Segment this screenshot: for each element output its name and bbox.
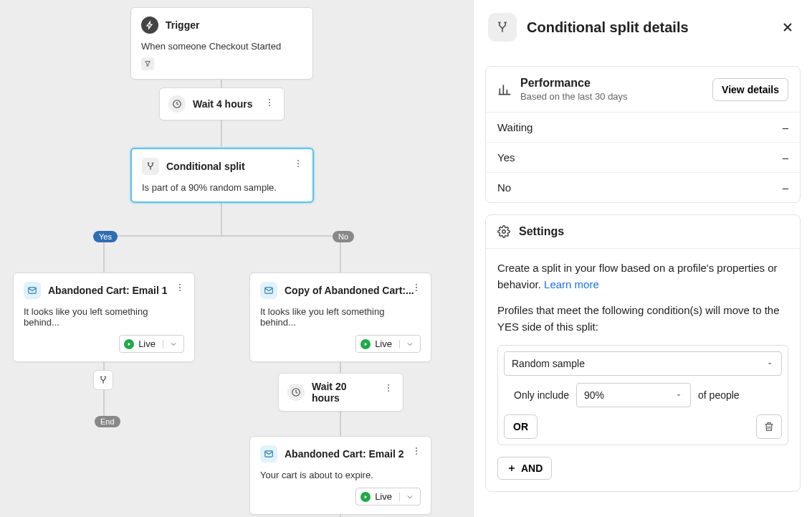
node-menu-button[interactable] [381, 381, 396, 395]
node-menu-button[interactable] [291, 156, 305, 171]
add-and-button[interactable]: AND [497, 457, 552, 480]
chevron-down-icon [399, 340, 414, 348]
node-menu-button[interactable] [173, 280, 187, 295]
status-label: Live [375, 491, 392, 502]
delete-condition-button[interactable] [756, 414, 782, 439]
email-desc: Your cart is about to expire. [260, 470, 421, 480]
node-menu-button[interactable] [409, 444, 424, 458]
clock-icon [287, 384, 305, 401]
stat-row-waiting: Waiting – [486, 113, 800, 142]
split-node-mini[interactable] [93, 370, 113, 390]
of-people-label: of people [698, 389, 740, 401]
branch-yes-badge: Yes [93, 231, 118, 242]
split-icon [488, 13, 517, 42]
and-label: AND [521, 463, 543, 474]
settings-blurb-2: Profiles that meet the following conditi… [497, 303, 788, 335]
email-desc: It looks like you left something behind.… [260, 306, 421, 328]
settings-title: Settings [519, 225, 564, 238]
status-select[interactable]: Live [119, 335, 184, 353]
svg-point-16 [388, 384, 389, 386]
conditional-split-node[interactable]: Conditional split Is part of a 90% rando… [130, 148, 314, 203]
stat-value: – [783, 181, 788, 194]
trash-icon [763, 421, 775, 432]
email-desc: It looks like you left something behind.… [24, 306, 184, 328]
node-menu-button[interactable] [409, 280, 424, 295]
split-title: Conditional split [166, 161, 245, 172]
svg-point-12 [416, 284, 417, 285]
wait-label: Wait 4 hours [193, 98, 253, 110]
stat-label: No [497, 181, 511, 194]
email-title: Abandoned Cart: Email 2 [285, 448, 403, 460]
split-desc: Is part of a 90% random sample. [142, 182, 302, 193]
svg-point-9 [179, 287, 181, 288]
svg-point-4 [297, 160, 299, 161]
svg-point-17 [388, 387, 389, 389]
view-details-button[interactable]: View details [712, 78, 788, 101]
percent-value: 90% [584, 389, 604, 401]
play-icon [124, 339, 134, 349]
condition-type-select[interactable]: Random sample [504, 351, 782, 376]
svg-point-3 [269, 105, 270, 106]
condition-box: Random sample Only include 90% [497, 345, 788, 445]
performance-panel: Performance Based on the last 30 days Vi… [485, 66, 801, 203]
svg-point-18 [388, 390, 389, 392]
wait-node-1[interactable]: Wait 4 hours [159, 87, 285, 120]
email-node-2[interactable]: Abandoned Cart: Email 2 Your cart is abo… [249, 436, 431, 515]
flow-canvas[interactable]: Yes No End Trigger When someone Checkout… [0, 0, 473, 517]
svg-point-8 [179, 284, 181, 285]
svg-point-10 [179, 290, 181, 291]
connector [103, 235, 340, 237]
trigger-desc: When someone Checkout Started [141, 41, 302, 52]
status-label: Live [375, 338, 392, 349]
svg-point-5 [297, 163, 299, 164]
status-select[interactable]: Live [355, 335, 421, 353]
stat-row-yes: Yes – [486, 142, 800, 172]
split-icon [142, 158, 159, 175]
stat-value: – [783, 121, 788, 133]
svg-point-2 [269, 102, 270, 103]
svg-point-20 [416, 447, 417, 449]
email-title: Abandoned Cart: Email 1 [48, 285, 167, 296]
settings-text: Create a split in your flow based on a p… [497, 262, 778, 290]
settings-panel: Settings Create a split in your flow bas… [485, 214, 801, 492]
bar-chart-icon [497, 82, 512, 97]
stat-label: Yes [497, 151, 515, 163]
stat-value: – [783, 151, 788, 163]
email-node-no[interactable]: Copy of Abandoned Cart:... It looks like… [249, 272, 431, 362]
percent-select[interactable]: 90% [576, 383, 691, 407]
svg-point-22 [416, 453, 417, 455]
close-button[interactable] [778, 17, 798, 37]
panel-title: Conditional split details [527, 19, 768, 36]
details-panel: Conditional split details Performance Ba… [473, 0, 812, 517]
only-include-label: Only include [514, 389, 569, 401]
chevron-down-icon [163, 340, 178, 348]
email-title: Copy of Abandoned Cart:... [285, 285, 414, 296]
email-node-yes[interactable]: Abandoned Cart: Email 1 It looks like yo… [13, 272, 195, 362]
chevron-down-icon [674, 391, 683, 399]
stat-row-no: No – [486, 172, 800, 202]
learn-more-link[interactable]: Learn more [544, 278, 599, 290]
settings-blurb-1: Create a split in your flow based on a p… [497, 260, 788, 293]
connector [221, 201, 222, 235]
svg-point-21 [416, 450, 417, 452]
performance-subtitle: Based on the last 30 days [520, 91, 704, 102]
stat-label: Waiting [497, 121, 532, 133]
node-menu-button[interactable] [262, 95, 277, 110]
svg-point-14 [416, 290, 417, 291]
play-icon [360, 339, 371, 349]
trigger-title: Trigger [166, 19, 199, 31]
play-icon [360, 492, 371, 502]
or-button[interactable]: OR [504, 414, 538, 439]
trigger-node[interactable]: Trigger When someone Checkout Started [130, 7, 313, 80]
wait-node-2[interactable]: Wait 20 hours [278, 373, 403, 412]
wait-label: Wait 20 hours [312, 381, 374, 404]
mail-icon [260, 445, 277, 463]
plus-icon [507, 463, 517, 473]
chevron-down-icon [765, 359, 774, 368]
status-label: Live [138, 338, 156, 349]
bolt-icon [141, 16, 158, 34]
svg-point-1 [269, 99, 270, 100]
mail-icon [24, 282, 41, 299]
svg-point-6 [297, 166, 299, 167]
status-select[interactable]: Live [355, 488, 421, 506]
